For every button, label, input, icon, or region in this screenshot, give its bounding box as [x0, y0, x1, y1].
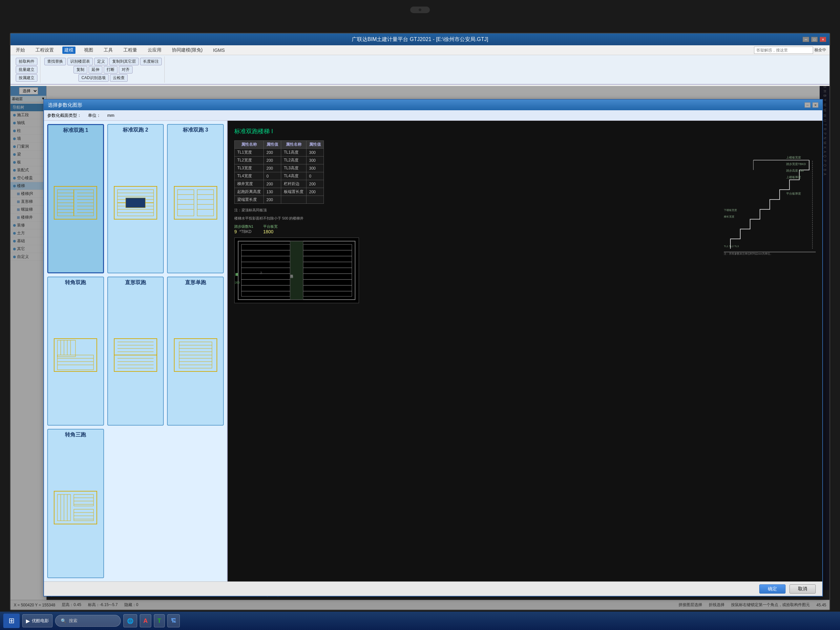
menu-igms[interactable]: IGMS	[211, 47, 227, 54]
svg-text:注：所有参数未注单位时均以mm为单位。: 注：所有参数未注单位时均以mm为单位。	[724, 252, 773, 255]
stair-label-7: 转角三跑	[65, 431, 86, 438]
taskbar: ⊞ ▶ 优酷电影 🔍 搜索 🌐 A T 🏗	[0, 612, 840, 630]
cad-options-btn[interactable]: CAD识别选项	[79, 74, 108, 82]
extend-btn[interactable]: 延伸	[88, 66, 103, 74]
start-button[interactable]: ⊞	[3, 614, 20, 628]
stair-type-grid: 标准双跑 1	[44, 121, 228, 581]
define-btn[interactable]: 定义	[94, 58, 108, 65]
align-btn[interactable]: 对齐	[119, 66, 133, 74]
stair-card-standard-double-2[interactable]: 标准双跑 2	[107, 124, 164, 273]
cell: 起跑距离高度	[235, 188, 264, 196]
modal-footer: 确定 取消	[44, 581, 822, 596]
modal-close-btn[interactable]: ✕	[812, 103, 818, 107]
section-drawing: 上楼板宽度 踏步宽度TBKD 踏步高度 130 上楼板厚度 平台板厚度 下楼板宽…	[720, 124, 819, 255]
platform-width-val: 1800	[263, 229, 278, 234]
stair-card-corner-triple[interactable]: 转角三跑	[47, 429, 104, 578]
menu-cloud[interactable]: 云应用	[146, 47, 163, 54]
menu-tools[interactable]: 工具	[102, 47, 115, 54]
cancel-button[interactable]: 取消	[789, 584, 816, 594]
modal-title-bar: 选择参数化图形 ─ ✕	[44, 100, 822, 110]
detail-panel: 标准双跑楼梯 I 属性名称 属性值 属性名称 属性值	[228, 121, 822, 581]
cell: 200	[264, 148, 281, 156]
taskbar-app-youku[interactable]: ▶ 优酷电影	[22, 614, 52, 627]
taskbar-app-gtj[interactable]: 🏗	[167, 614, 180, 627]
stair-diagram-6	[170, 287, 221, 423]
cell: 300	[306, 148, 324, 156]
stair-label-1: 标准双跑 1	[63, 127, 88, 134]
taskbar-app-a[interactable]: A	[140, 614, 151, 627]
cell: TL3宽度	[235, 164, 264, 172]
table-row: 起跑距离高度 130 板端置长度 200	[235, 188, 324, 196]
menu-collab[interactable]: 协同建模(限免)	[170, 47, 204, 54]
app-icon: ▶	[26, 618, 30, 624]
col-attr-val-2: 属性值	[306, 141, 324, 148]
unit-label: 单位：	[88, 112, 101, 118]
svg-text:TL1  TL2  TL3: TL1 TL2 TL3	[724, 245, 739, 248]
stair-label-4: 转角双跑	[65, 279, 86, 286]
svg-text:楼梯宽度: 楼梯宽度	[235, 273, 238, 276]
break-btn[interactable]: 打断	[104, 66, 117, 74]
menu-project-settings[interactable]: 工程设置	[33, 47, 56, 54]
cell: 栏杆距边	[281, 180, 306, 188]
cell: 200	[264, 196, 281, 204]
ribbon: 拾取构件 批量建立 按属建立 查找替换 识别楼层表 定义 复制到其它层 长度标注…	[11, 55, 829, 85]
length-mark-btn[interactable]: 长度标注	[140, 58, 162, 65]
stair-diagram-2	[110, 135, 161, 271]
identify-floor-btn[interactable]: 识别楼层表	[67, 58, 93, 65]
step-count-values: 9 *TBKD	[234, 229, 253, 234]
cell: 200	[306, 180, 324, 188]
app-label: 优酷电影	[32, 618, 49, 624]
stair-label-3: 标准双跑 3	[183, 127, 208, 134]
stair-label-5: 直形双跑	[125, 279, 146, 286]
ok-button[interactable]: 确定	[759, 584, 786, 594]
gtj-icon: 🏗	[171, 618, 176, 624]
modal-toolbar: 参数化截面类型： 单位： mm	[44, 110, 822, 121]
stair-card-standard-double-1[interactable]: 标准双跑 1	[47, 124, 104, 273]
close-button[interactable]: ✕	[819, 37, 826, 42]
table-row: 梯井宽度 200 栏杆距边 200	[235, 180, 324, 188]
title-bar: 广联达BIM土建计量平台 GTJ2021 - [E:\徐州市公安局.GTJ] ─…	[11, 33, 829, 45]
app-window: 广联达BIM土建计量平台 GTJ2021 - [E:\徐州市公安局.GTJ] ─…	[10, 33, 830, 610]
cell: 130	[264, 188, 281, 196]
stair-card-rect-double[interactable]: 直形双跑	[107, 276, 164, 426]
ribbon-row-2: 复制 延伸 打断 对齐	[74, 66, 133, 74]
copy-to-floor-btn[interactable]: 复制到其它层	[109, 58, 139, 65]
search-input[interactable]	[754, 47, 813, 54]
taskbar-search[interactable]: 🔍 搜索	[55, 615, 121, 627]
taskbar-app-t[interactable]: T	[154, 614, 165, 627]
taskbar-app-browser[interactable]: 🌐	[123, 614, 137, 627]
browser-icon: 🌐	[127, 618, 134, 624]
menu-quantities[interactable]: 工程量	[122, 47, 139, 54]
stair-card-rect-single[interactable]: 直形单跑	[167, 276, 224, 426]
webcam-area	[410, 6, 430, 13]
svg-text:上楼板宽度: 上楼板宽度	[786, 156, 801, 159]
cell: 0	[264, 172, 281, 180]
pick-component-btn[interactable]: 拾取构件	[16, 58, 38, 65]
svg-rect-40	[57, 340, 76, 357]
menu-view[interactable]: 视图	[82, 47, 95, 54]
batch-create-btn[interactable]: 批量建立	[16, 66, 38, 74]
search-label: 搜索	[69, 618, 77, 624]
find-replace-btn[interactable]: 查找替换	[44, 58, 66, 65]
menu-start[interactable]: 开始	[14, 47, 27, 54]
svg-text:踏步高度 130: 踏步高度 130	[786, 169, 804, 172]
minimize-button[interactable]: ─	[802, 37, 809, 42]
stair-diagram-7	[50, 440, 101, 576]
cell: TL2宽度	[235, 156, 264, 164]
svg-text:平台板厚度: 平台板厚度	[786, 192, 801, 195]
cloud-check-btn[interactable]: 云检查	[110, 74, 128, 82]
cell: 梯井宽度	[235, 180, 264, 188]
copy-btn[interactable]: 复制	[74, 66, 87, 74]
stair-card-standard-double-3[interactable]: 标准双跑 3	[167, 124, 224, 273]
svg-text:下楼板宽度: 下楼板宽度	[724, 209, 737, 212]
stair-card-corner-double[interactable]: 转角双跑	[47, 276, 104, 426]
cell: 0	[306, 172, 324, 180]
menu-build[interactable]: 建模	[62, 47, 76, 54]
by-attr-btn[interactable]: 按属建立	[16, 74, 38, 82]
modal-minimize-btn[interactable]: ─	[805, 103, 810, 107]
modal-title: 选择参数化图形	[48, 102, 82, 108]
table-row: TL1宽度 200 TL1高度 300	[235, 148, 324, 156]
cell: 200	[264, 164, 281, 172]
maximize-button[interactable]: □	[811, 37, 818, 42]
table-row: TL2宽度 200 TL2高度 300	[235, 156, 324, 164]
